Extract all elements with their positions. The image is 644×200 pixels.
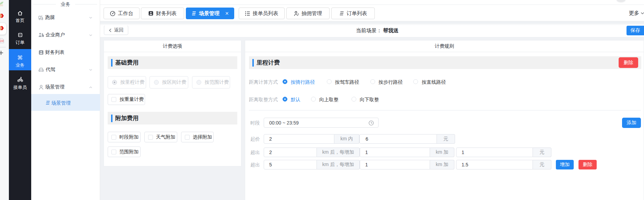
svg-text:GO: GO — [0, 4, 3, 6]
svg-text:PDF: PDF — [0, 40, 3, 42]
